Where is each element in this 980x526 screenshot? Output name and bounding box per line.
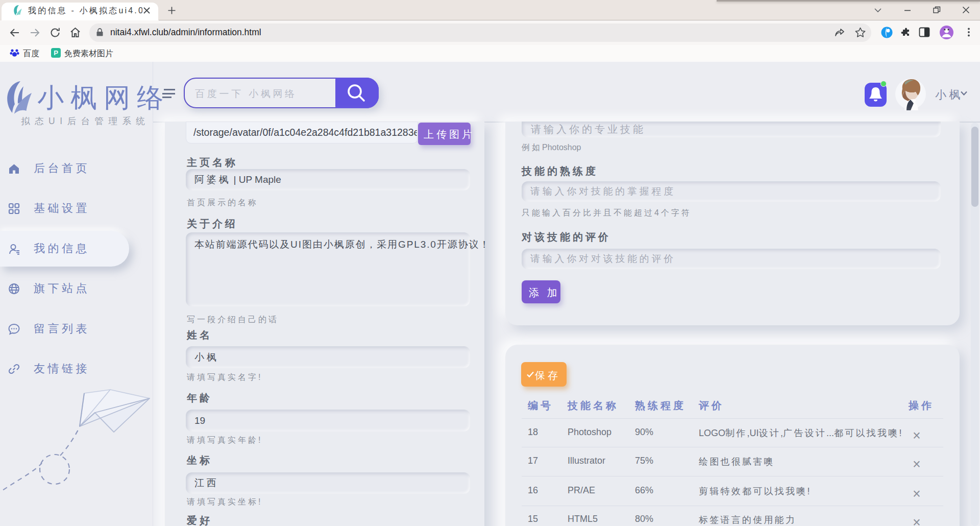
svg-text:P: P xyxy=(54,49,58,57)
